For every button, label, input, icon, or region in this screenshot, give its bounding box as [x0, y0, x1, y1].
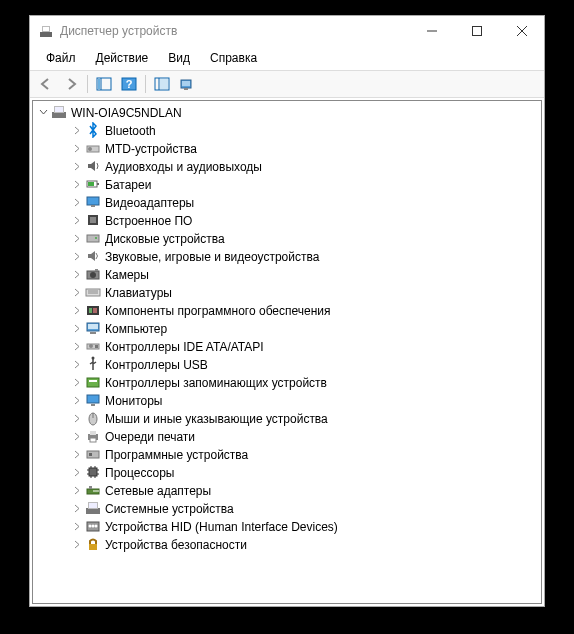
expand-icon[interactable] [71, 466, 83, 478]
tree-node[interactable]: Контроллеры IDE ATA/ATAPI [33, 337, 541, 355]
expand-icon[interactable] [71, 232, 83, 244]
app-icon [38, 23, 54, 39]
svg-rect-51 [91, 404, 95, 406]
expand-icon[interactable] [71, 160, 83, 172]
expand-icon[interactable] [71, 178, 83, 190]
svg-rect-16 [182, 81, 190, 86]
svg-rect-4 [472, 27, 481, 36]
menu-file[interactable]: Файл [36, 48, 86, 68]
minimize-button[interactable] [409, 16, 454, 46]
menu-view[interactable]: Вид [158, 48, 200, 68]
node-label: Звуковые, игровые и видеоустройства [105, 249, 319, 264]
security-icon [85, 536, 101, 552]
computer-icon [85, 320, 101, 336]
collapse-icon[interactable] [37, 106, 49, 118]
menu-help[interactable]: Справка [200, 48, 267, 68]
tree-node[interactable]: Процессоры [33, 463, 541, 481]
tree-node[interactable]: Мыши и иные указывающие устройства [33, 409, 541, 427]
svg-rect-24 [97, 183, 99, 185]
expand-icon[interactable] [71, 214, 83, 226]
svg-point-47 [92, 357, 95, 360]
svg-rect-29 [90, 217, 96, 223]
expand-icon[interactable] [71, 124, 83, 136]
node-label: Bluetooth [105, 123, 156, 138]
node-label: Клавиатуры [105, 285, 172, 300]
tree-node[interactable]: Программные устройства [33, 445, 541, 463]
expand-icon[interactable] [71, 448, 83, 460]
expand-icon[interactable] [71, 484, 83, 496]
svg-rect-30 [87, 235, 99, 242]
tree-root[interactable]: WIN-OIA9C5NDLAN [33, 103, 541, 121]
svg-point-45 [89, 344, 93, 348]
expand-icon[interactable] [71, 376, 83, 388]
expand-icon[interactable] [71, 142, 83, 154]
node-label: Камеры [105, 267, 149, 282]
expand-icon[interactable] [71, 340, 83, 352]
scan-button[interactable] [175, 73, 199, 95]
svg-point-77 [95, 525, 98, 528]
expand-icon[interactable] [71, 430, 83, 442]
tree-node[interactable]: Устройства HID (Human Interface Devices) [33, 517, 541, 535]
node-label: Очереди печати [105, 429, 195, 444]
svg-point-75 [89, 525, 92, 528]
svg-rect-46 [95, 345, 98, 348]
tree-node[interactable]: Камеры [33, 265, 541, 283]
expand-icon[interactable] [71, 520, 83, 532]
tree-node[interactable]: Видеоадаптеры [33, 193, 541, 211]
node-label: Контроллеры USB [105, 357, 208, 372]
expand-icon[interactable] [71, 358, 83, 370]
maximize-button[interactable] [454, 16, 499, 46]
panel-button[interactable] [92, 73, 116, 95]
mtd-icon [85, 140, 101, 156]
tree-node[interactable]: Аудиовходы и аудиовыходы [33, 157, 541, 175]
node-label: Контроллеры IDE ATA/ATAPI [105, 339, 264, 354]
tree-node[interactable]: Сетевые адаптеры [33, 481, 541, 499]
device-tree[interactable]: WIN-OIA9C5NDLAN BluetoothMTD-устройстваА… [32, 100, 542, 604]
tree-node[interactable]: Bluetooth [33, 121, 541, 139]
tree-node[interactable]: Системные устройства [33, 499, 541, 517]
svg-rect-14 [160, 79, 168, 89]
svg-text:?: ? [126, 78, 133, 90]
tree-node[interactable]: Батареи [33, 175, 541, 193]
bluetooth-icon [85, 122, 101, 138]
tree-node[interactable]: Компоненты программного обеспечения [33, 301, 541, 319]
svg-rect-17 [184, 88, 188, 90]
panel2-button[interactable] [150, 73, 174, 95]
tree-node[interactable]: Мониторы [33, 391, 541, 409]
audio-icon [85, 158, 101, 174]
expand-icon[interactable] [71, 250, 83, 262]
tree-node[interactable]: Дисковые устройства [33, 229, 541, 247]
tree-node[interactable]: Контроллеры запоминающих устройств [33, 373, 541, 391]
storage-icon [85, 374, 101, 390]
expand-icon[interactable] [71, 322, 83, 334]
tree-node[interactable]: Встроенное ПО [33, 211, 541, 229]
svg-rect-20 [55, 107, 63, 112]
menu-action[interactable]: Действие [86, 48, 159, 68]
expand-icon[interactable] [71, 304, 83, 316]
tree-node[interactable]: Компьютер [33, 319, 541, 337]
help-button[interactable]: ? [117, 73, 141, 95]
tree-node[interactable]: Устройства безопасности [33, 535, 541, 553]
svg-rect-56 [90, 438, 96, 442]
tree-node[interactable]: Очереди печати [33, 427, 541, 445]
tree-node[interactable]: Контроллеры USB [33, 355, 541, 373]
tree-node[interactable]: Клавиатуры [33, 283, 541, 301]
close-button[interactable] [499, 16, 544, 46]
svg-point-33 [90, 272, 96, 278]
node-label: Устройства безопасности [105, 537, 247, 552]
tree-node[interactable]: Звуковые, игровые и видеоустройства [33, 247, 541, 265]
hid-icon [85, 518, 101, 534]
expand-icon[interactable] [71, 286, 83, 298]
back-button[interactable] [34, 73, 58, 95]
expand-icon[interactable] [71, 502, 83, 514]
expand-icon[interactable] [71, 268, 83, 280]
expand-icon[interactable] [71, 412, 83, 424]
svg-rect-9 [98, 79, 100, 89]
tree-node[interactable]: MTD-устройства [33, 139, 541, 157]
expand-icon[interactable] [71, 538, 83, 550]
svg-rect-78 [89, 544, 97, 550]
expand-icon[interactable] [71, 196, 83, 208]
battery-icon [85, 176, 101, 192]
forward-button[interactable] [59, 73, 83, 95]
expand-icon[interactable] [71, 394, 83, 406]
